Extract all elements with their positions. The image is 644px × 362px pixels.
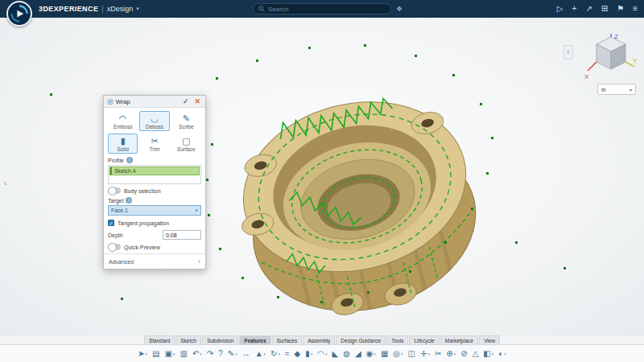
ribbon-tab[interactable]: Standard [144, 335, 175, 344]
ribbon-tab[interactable]: View [479, 335, 500, 344]
viewport-canvas[interactable] [0, 18, 644, 336]
undo-icon[interactable]: ↶ ▾ [192, 348, 203, 360]
split-icon[interactable]: ✂ [434, 348, 442, 360]
wrap-mode-option[interactable]: ◡ Deboss [139, 111, 169, 131]
view-orientation-cube[interactable]: Z X Y [583, 29, 639, 82]
profile-selection-list[interactable]: Sketch.4 [108, 165, 201, 184]
chevron-down-icon[interactable]: ▾ [492, 352, 494, 356]
combine-icon[interactable]: ⊕ ▾ [445, 348, 456, 360]
action-toolbar: ➤ ▾ ▤ ▣ ▾ ▥ ↶ ▾ ↷ ? ✎ ▾ [0, 344, 644, 362]
wrap-dialog-titlebar[interactable]: ◎ Wrap ✓ ✕ [104, 96, 205, 108]
wrap-type-icon: ▢ [182, 136, 190, 146]
clipboard-icon[interactable]: ▤ [151, 348, 160, 360]
body-selection-toggle-row[interactable]: Body selection [108, 187, 201, 194]
wrap-mode-option[interactable]: ◠ Emboss [108, 111, 138, 131]
axis-y-label: Y [633, 57, 638, 64]
fillet-icon[interactable]: ◠ ▾ [316, 348, 328, 360]
advanced-section-expander[interactable]: Advanced › [104, 253, 205, 269]
viewcube-collapse-chevron-icon[interactable]: ‹ [564, 45, 573, 60]
ribbon-tab[interactable]: Features [239, 335, 270, 344]
draft-icon[interactable]: ◢ [354, 348, 362, 360]
share-icon[interactable]: ↗ [585, 0, 592, 18]
display-style-icon[interactable]: ◐ ▾ [497, 348, 507, 360]
ribbon-tab[interactable]: Subdivision [202, 335, 238, 344]
search-icon [258, 6, 265, 12]
ribbon-tab[interactable]: Design Guidance [336, 335, 386, 344]
chevron-down-icon[interactable]: ▾ [504, 352, 506, 356]
save-icon[interactable]: ▣ ▾ [163, 348, 175, 360]
tangent-propagation-row[interactable]: ✓ Tangent propagation [108, 220, 201, 226]
wrap-type-option[interactable]: ✂ Trim [139, 134, 169, 154]
chevron-down-icon[interactable]: ▾ [454, 352, 456, 356]
profile-selected-item[interactable]: Sketch.4 [109, 167, 200, 175]
flag-icon[interactable]: ⚑ [617, 0, 624, 18]
wrap-type-option[interactable]: ▢ Surface [171, 134, 201, 154]
help-icon[interactable]: ? [217, 348, 224, 360]
chevron-down-icon[interactable]: ▾ [173, 352, 175, 356]
chevron-down-icon[interactable]: ▾ [374, 352, 376, 356]
loft-icon[interactable]: ◆ [294, 348, 302, 360]
target-selection-field[interactable]: Face.1 × [108, 205, 201, 216]
confirm-check-icon[interactable]: ✓ [181, 97, 191, 105]
ribbon-tab[interactable]: Marketplace [440, 335, 478, 344]
chevron-down-icon[interactable]: ▾ [311, 352, 313, 356]
chevron-down-icon[interactable]: ▾ [264, 352, 266, 356]
model-ring[interactable] [216, 62, 497, 339]
revolve-icon[interactable]: ↻ ▾ [270, 348, 281, 360]
wrap-type-option[interactable]: ▮ Solid [108, 134, 138, 154]
extrude-icon[interactable]: ▲ ▾ [254, 348, 266, 360]
ribbon-tab[interactable]: Sketch [175, 335, 201, 344]
select-icon[interactable]: ➤ ▾ [137, 348, 148, 360]
section-icon[interactable]: ◧ ▾ [482, 348, 494, 360]
ribbon-tab[interactable]: Surfaces [272, 335, 303, 344]
apps-grid-icon[interactable]: ⊞ [601, 0, 608, 18]
print-icon[interactable]: ▥ [179, 348, 188, 360]
tangent-propagation-checkbox[interactable]: ✓ [108, 220, 114, 226]
app-switcher-caret-icon[interactable]: ▾ [136, 6, 139, 12]
chevron-down-icon[interactable]: ▾ [200, 352, 202, 356]
search-input[interactable] [268, 6, 386, 13]
wrap-icon[interactable]: ◎ ▾ [392, 348, 403, 360]
chevron-down-icon[interactable]: ▾ [401, 352, 403, 356]
sketch-icon[interactable]: ✎ ▾ [227, 348, 238, 360]
rib-icon[interactable]: ▦ [380, 348, 389, 360]
play-media-icon[interactable]: ▷ [557, 0, 564, 18]
add-content-icon[interactable]: + [572, 0, 577, 18]
dimension-icon[interactable]: ↔ [242, 348, 251, 360]
ribbon-tab[interactable]: Lifecycle [409, 335, 439, 344]
chevron-down-icon[interactable]: ▾ [278, 352, 280, 356]
quick-preview-toggle-row[interactable]: Quick Preview [108, 244, 201, 250]
delete-face-icon[interactable]: ⊘ [460, 348, 468, 360]
user-menu-icon[interactable]: ≡ [633, 0, 638, 18]
wrap-mode-option[interactable]: ✎ Scribe [171, 111, 201, 131]
body-selection-toggle[interactable] [108, 187, 121, 194]
ribbon-tab[interactable]: Assembly [303, 335, 335, 344]
measure-icon[interactable]: △ [472, 348, 480, 360]
chevron-down-icon[interactable]: ▾ [427, 352, 430, 356]
thicken-icon[interactable]: ▮ ▾ [304, 348, 313, 360]
units-select[interactable]: in ▾ [597, 84, 636, 95]
global-search[interactable] [253, 3, 391, 14]
brand-area: 3DEXPERIENCE | xDesign ▾ [39, 0, 139, 18]
chevron-down-icon[interactable]: ▾ [146, 352, 148, 356]
chamfer-icon[interactable]: ◣ [331, 348, 339, 360]
mirror-icon[interactable]: ◫ [407, 348, 416, 360]
depth-input[interactable] [163, 230, 201, 240]
info-icon[interactable]: i [126, 197, 132, 204]
3dexperience-compass-logo[interactable] [6, 1, 32, 27]
chevron-down-icon[interactable]: ▾ [325, 352, 328, 356]
info-icon[interactable]: i [126, 157, 133, 163]
ribbon-tab[interactable]: Tools [386, 335, 408, 344]
clear-selection-icon[interactable]: × [195, 208, 198, 213]
chevron-down-icon[interactable]: ▾ [235, 352, 237, 356]
app-name[interactable]: xDesign [107, 5, 134, 13]
pattern-icon[interactable]: ✛ ▾ [419, 348, 431, 360]
hole-icon[interactable]: ◉ ▾ [365, 348, 377, 360]
redo-icon[interactable]: ↷ [206, 348, 214, 360]
quick-preview-toggle[interactable] [108, 244, 121, 250]
close-icon[interactable]: ✕ [192, 97, 202, 105]
sweep-icon[interactable]: ≈ [284, 348, 291, 360]
search-tag-icon[interactable]: ❖ [396, 4, 402, 14]
shell-icon[interactable]: ◍ [342, 348, 351, 360]
left-panel-toggle-chevron-icon[interactable]: ‹ [1, 175, 10, 190]
